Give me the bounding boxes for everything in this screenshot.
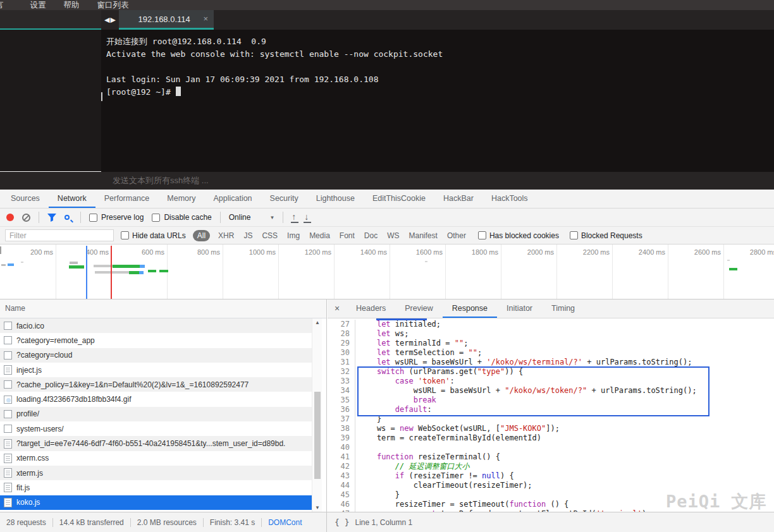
request-list-scrollbar[interactable]: ▲ ▼ [312, 318, 322, 512]
request-row[interactable]: system-users/ [0, 421, 312, 436]
request-row[interactable]: ?target_id=ee7e7446-6df7-4f60-b551-40a24… [0, 436, 312, 450]
broadcast-input-row[interactable]: 发送文本到所有ssh终端 ... [0, 172, 774, 190]
network-overview-timeline[interactable]: 200 ms400 ms600 ms800 ms1000 ms1200 ms14… [0, 245, 774, 299]
tab-back-icon[interactable]: ◀ [104, 16, 109, 24]
type-filter-ws[interactable]: WS [386, 231, 400, 241]
timeline-gridline [556, 245, 557, 299]
waterfall-bar [1, 264, 6, 266]
timeline-tick-label: 800 ms [197, 248, 220, 256]
hide-data-urls-checkbox[interactable] [121, 231, 129, 239]
detail-tab-response[interactable]: Response [443, 299, 497, 318]
panel-tab-application[interactable]: Application [204, 190, 261, 208]
menu-item-3[interactable]: 窗口列表 [97, 0, 129, 10]
ssh-session-tab[interactable]: 192.168.0.114 × [119, 10, 214, 30]
status-divider [203, 518, 204, 527]
record-icon[interactable] [6, 214, 14, 221]
has-blocked-cookies-checkbox[interactable] [478, 231, 486, 239]
request-row[interactable]: xterm.css [0, 451, 312, 466]
type-filter-other[interactable]: Other [446, 231, 467, 241]
scroll-up-icon[interactable]: ▲ [312, 320, 322, 325]
detail-tab-headers[interactable]: Headers [347, 299, 395, 318]
timeline-tick-label: 200 ms [30, 248, 53, 256]
type-filter-js[interactable]: JS [242, 231, 254, 241]
panel-tab-network[interactable]: Network [49, 190, 95, 208]
type-filter-img[interactable]: Img [286, 231, 301, 241]
request-row[interactable]: fit.js [0, 480, 312, 495]
type-filter-media[interactable]: Media [308, 231, 331, 241]
import-har-icon[interactable]: ↑ [292, 212, 296, 223]
detail-tab-preview[interactable]: Preview [395, 299, 442, 318]
panel-tab-editthiscookie[interactable]: EditThisCookie [364, 190, 434, 208]
ssh-terminal[interactable]: 开始连接到 root@192.168.0.114 0.9Activate the… [101, 30, 774, 172]
request-name: fit.js [16, 483, 30, 492]
request-row[interactable]: koko.js [0, 495, 312, 510]
close-detail-icon[interactable]: × [328, 299, 347, 318]
timeline-gridline [501, 245, 501, 299]
code-selection-fragment [376, 318, 427, 320]
filter-funnel-icon[interactable] [47, 214, 56, 222]
request-row[interactable]: loading.4f3236673db18fbb34f4.gif [0, 392, 312, 406]
clear-icon[interactable] [22, 214, 30, 222]
preserve-log-label: Preserve log [101, 213, 144, 222]
detail-tab-initiator[interactable]: Initiator [497, 299, 542, 318]
tab-nav-arrows: ◀ ▶ [104, 10, 116, 30]
search-icon[interactable] [64, 215, 70, 220]
request-row[interactable]: ?category=cloud [0, 348, 312, 363]
panel-tab-performance[interactable]: Performance [95, 190, 159, 208]
blocked-requests-checkbox[interactable] [570, 231, 578, 239]
detail-tab-timing[interactable]: Timing [542, 299, 584, 318]
export-har-icon[interactable]: ↓ [304, 212, 309, 223]
type-filter-manifest[interactable]: Manifest [408, 231, 439, 241]
tab-forward-icon[interactable]: ▶ [110, 16, 115, 24]
format-braces-icon[interactable]: { } [335, 517, 349, 527]
filter-input[interactable] [5, 229, 114, 241]
network-main-area: Name facio.ico?category=remote_app?categ… [0, 299, 774, 512]
panel-tab-memory[interactable]: Memory [158, 190, 204, 208]
panel-tab-hackbar[interactable]: HackBar [434, 190, 482, 208]
script-icon [4, 439, 12, 449]
timeline-gridline [223, 245, 223, 299]
toolbar-divider [39, 212, 39, 223]
type-filter-css[interactable]: CSS [261, 231, 279, 241]
code-text: if (resizeTimer != null) { [355, 471, 514, 481]
request-row[interactable]: facio.ico [0, 318, 312, 333]
name-column-header[interactable]: Name [0, 299, 326, 318]
throttling-select[interactable]: Online ▼ [229, 213, 275, 222]
line-number: 29 [328, 339, 355, 348]
request-row[interactable]: xterm.js [0, 466, 312, 480]
network-summary: 28 requests14.4 kB transferred2.0 MB res… [0, 512, 327, 532]
request-row[interactable]: ?cache_policy=1&key=1&n=Default%20(2)&lv… [0, 377, 312, 392]
server-list-sidebar[interactable] [0, 30, 101, 172]
scroll-down-icon[interactable]: ▼ [312, 505, 322, 511]
timeline-tick-label: 2600 ms [694, 248, 721, 256]
terminal-cursor [176, 87, 181, 96]
timeline-tick-label: 600 ms [142, 248, 164, 256]
panel-tab-sources[interactable]: Sources [2, 190, 49, 208]
request-name: xterm.js [16, 469, 43, 478]
request-row[interactable]: profile/ [0, 407, 312, 421]
panel-tab-lighthouse[interactable]: Lighthouse [307, 190, 364, 208]
type-filter-xhr[interactable]: XHR [217, 231, 235, 241]
menu-item-2[interactable]: 帮助 [64, 0, 80, 10]
tab-close-icon[interactable]: × [203, 14, 214, 25]
type-filter-font[interactable]: Font [338, 231, 356, 241]
request-row[interactable]: ?category=remote_app [0, 333, 312, 348]
request-row[interactable]: inject.js [0, 363, 312, 377]
scrollbar-thumb[interactable] [314, 392, 321, 479]
menu-item-1[interactable]: 设置 [30, 0, 46, 10]
request-list-panel: Name facio.ico?category=remote_app?categ… [0, 299, 327, 512]
response-code-view[interactable]: 27 let initialed;28 let ws;29 let termin… [328, 318, 774, 512]
line-number: 39 [328, 433, 355, 443]
panel-tab-security[interactable]: Security [261, 190, 307, 208]
waterfall-bar [140, 265, 145, 268]
type-filter-doc[interactable]: Doc [363, 231, 379, 241]
status-divider [52, 518, 53, 527]
disable-cache-checkbox[interactable] [152, 214, 160, 222]
panel-tab-hacktools[interactable]: HackTools [482, 190, 537, 208]
preserve-log-checkbox[interactable] [89, 214, 97, 222]
cursor-position-label: Line 1, Column 1 [355, 518, 412, 527]
line-number: 45 [328, 490, 355, 500]
type-filter-all[interactable]: All [193, 230, 210, 241]
line-number: 33 [328, 377, 355, 386]
menu-item-0[interactable]: 言 [0, 0, 4, 10]
